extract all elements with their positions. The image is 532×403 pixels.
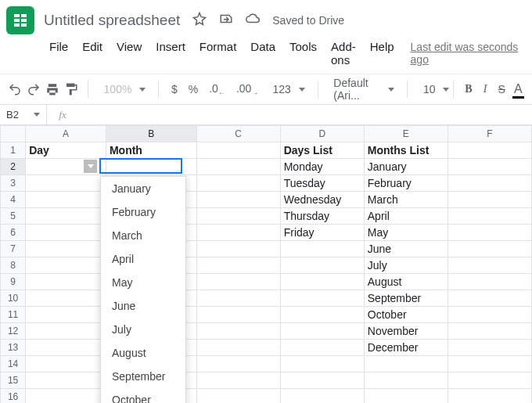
menu-view[interactable]: View bbox=[111, 38, 147, 69]
menu-edit[interactable]: Edit bbox=[77, 38, 108, 69]
cell-E10[interactable]: September bbox=[364, 290, 448, 307]
cell-E3[interactable]: February bbox=[364, 175, 448, 192]
formula-bar[interactable] bbox=[78, 105, 532, 124]
cell-B2[interactable] bbox=[106, 159, 196, 175]
cell-F7[interactable] bbox=[448, 241, 531, 257]
row-header-6[interactable]: 6 bbox=[1, 225, 26, 241]
cell-F11[interactable] bbox=[448, 307, 531, 323]
cell-C11[interactable] bbox=[196, 307, 280, 323]
row-header-3[interactable]: 3 bbox=[1, 175, 26, 192]
menu-add-ons[interactable]: Add-ons bbox=[325, 38, 361, 69]
dropdown-option[interactable]: September bbox=[101, 365, 185, 388]
cell-F16[interactable] bbox=[448, 389, 531, 404]
column-header-B[interactable]: B bbox=[106, 126, 196, 142]
cell-F14[interactable] bbox=[448, 356, 531, 372]
cell-D3[interactable]: Tuesday bbox=[280, 175, 364, 192]
menu-tools[interactable]: Tools bbox=[284, 38, 322, 69]
cell-F3[interactable] bbox=[448, 175, 531, 192]
cell-A3[interactable] bbox=[26, 175, 106, 192]
cell-C12[interactable] bbox=[196, 323, 280, 340]
cell-A5[interactable] bbox=[26, 208, 106, 225]
cell-C9[interactable] bbox=[196, 274, 280, 290]
percent-format-button[interactable]: % bbox=[185, 83, 201, 95]
menu-help[interactable]: Help bbox=[365, 38, 400, 69]
cell-E5[interactable]: April bbox=[364, 208, 448, 225]
font-family-select[interactable]: Default (Ari... bbox=[327, 77, 397, 102]
cell-D16[interactable] bbox=[280, 389, 364, 404]
row-header-16[interactable]: 16 bbox=[1, 389, 26, 404]
cell-A7[interactable] bbox=[26, 241, 106, 257]
row-header-5[interactable]: 5 bbox=[1, 208, 26, 225]
dropdown-option[interactable]: October bbox=[101, 388, 185, 403]
number-format-select[interactable]: 123 bbox=[266, 83, 307, 95]
font-size-select[interactable]: 10 bbox=[417, 83, 444, 95]
cell-A9[interactable] bbox=[26, 274, 106, 290]
menu-data[interactable]: Data bbox=[245, 38, 281, 69]
menu-insert[interactable]: Insert bbox=[150, 38, 191, 69]
document-title[interactable]: Untitled spreadsheet bbox=[44, 12, 180, 29]
cell-D2[interactable]: Monday bbox=[280, 159, 364, 175]
cell-A6[interactable] bbox=[26, 225, 106, 241]
cell-D1[interactable]: Days List bbox=[280, 142, 364, 159]
cell-A11[interactable] bbox=[26, 307, 106, 323]
cell-C1[interactable] bbox=[196, 142, 280, 159]
cell-F1[interactable] bbox=[448, 142, 531, 159]
decrease-decimal-button[interactable]: .0← bbox=[206, 82, 228, 97]
cell-F8[interactable] bbox=[448, 257, 531, 274]
cell-C5[interactable] bbox=[196, 208, 280, 225]
cell-D4[interactable]: Wednesday bbox=[280, 192, 364, 208]
row-header-10[interactable]: 10 bbox=[1, 290, 26, 307]
cell-D14[interactable] bbox=[280, 356, 364, 372]
cell-C2[interactable] bbox=[196, 159, 280, 175]
dropdown-option[interactable]: May bbox=[101, 271, 185, 294]
bold-button[interactable]: B bbox=[462, 79, 474, 99]
dropdown-option[interactable]: February bbox=[101, 200, 185, 224]
cell-F12[interactable] bbox=[448, 323, 531, 340]
last-edit-link[interactable]: Last edit was seconds ago bbox=[411, 41, 532, 66]
cell-F2[interactable] bbox=[448, 159, 531, 175]
column-header-D[interactable]: D bbox=[280, 126, 364, 142]
cell-A13[interactable] bbox=[26, 340, 106, 356]
column-header-C[interactable]: C bbox=[196, 126, 280, 142]
star-icon[interactable] bbox=[192, 12, 207, 29]
cell-C16[interactable] bbox=[196, 389, 280, 404]
cell-C10[interactable] bbox=[196, 290, 280, 307]
cell-E14[interactable] bbox=[364, 356, 448, 372]
cell-C15[interactable] bbox=[196, 372, 280, 389]
cell-C13[interactable] bbox=[196, 340, 280, 356]
move-icon[interactable] bbox=[219, 12, 233, 29]
cell-F9[interactable] bbox=[448, 274, 531, 290]
cell-D10[interactable] bbox=[280, 290, 364, 307]
cell-A4[interactable] bbox=[26, 192, 106, 208]
row-header-12[interactable]: 12 bbox=[1, 323, 26, 340]
cell-E11[interactable]: October bbox=[364, 307, 448, 323]
cloud-saved-icon[interactable] bbox=[246, 12, 260, 29]
cell-D7[interactable] bbox=[280, 241, 364, 257]
cell-A10[interactable] bbox=[26, 290, 106, 307]
cell-C7[interactable] bbox=[196, 241, 280, 257]
cell-E15[interactable] bbox=[364, 372, 448, 389]
cell-E8[interactable]: July bbox=[364, 257, 448, 274]
row-header-4[interactable]: 4 bbox=[1, 192, 26, 208]
cell-E2[interactable]: January bbox=[364, 159, 448, 175]
cell-A8[interactable] bbox=[26, 257, 106, 274]
cell-C3[interactable] bbox=[196, 175, 280, 192]
sheets-logo[interactable] bbox=[6, 6, 34, 34]
row-header-2[interactable]: 2 bbox=[1, 159, 26, 175]
cell-D9[interactable] bbox=[280, 274, 364, 290]
column-header-F[interactable]: F bbox=[448, 126, 531, 142]
cell-D12[interactable] bbox=[280, 323, 364, 340]
text-color-button[interactable]: A bbox=[512, 79, 524, 99]
italic-button[interactable]: I bbox=[480, 79, 491, 99]
cell-C4[interactable] bbox=[196, 192, 280, 208]
paint-format-button[interactable] bbox=[64, 79, 78, 99]
row-header-11[interactable]: 11 bbox=[1, 307, 26, 323]
cell-E7[interactable]: June bbox=[364, 241, 448, 257]
cell-D6[interactable]: Friday bbox=[280, 225, 364, 241]
redo-button[interactable] bbox=[27, 79, 41, 99]
cell-F5[interactable] bbox=[448, 208, 531, 225]
dropdown-option[interactable]: June bbox=[101, 294, 185, 318]
row-header-15[interactable]: 15 bbox=[1, 372, 26, 389]
dropdown-option[interactable]: July bbox=[101, 318, 185, 341]
row-header-1[interactable]: 1 bbox=[1, 142, 26, 159]
